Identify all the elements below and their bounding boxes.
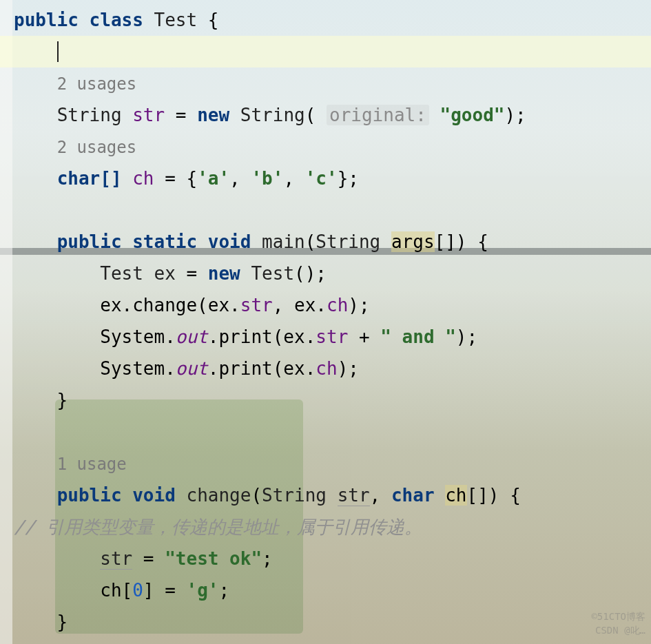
keyword-new: new [197,105,229,125]
blank-line[interactable] [0,416,651,448]
watermark: ©51CTO博客 [591,611,645,623]
usages-label: 2 usages [57,74,137,94]
string-literal: " and " [380,326,456,347]
code-line[interactable]: System.out.print(ex.str + " and "); [0,321,651,353]
field-str: str [132,105,165,125]
comment-line[interactable]: // 引用类型变量，传递的是地址，属于引用传递。 [0,511,651,543]
code-line[interactable]: String str = new String( original: "good… [0,99,651,131]
param-type: String [316,231,380,252]
var-ex: ex [154,263,176,284]
code-line[interactable]: ch[0] = 'g'; [0,574,651,606]
param-type: String [262,485,327,506]
code-line[interactable]: } [0,384,651,416]
field-ref-str: str [240,295,273,315]
field-ref-ch: ch [316,358,337,379]
keyword-void: void [208,231,251,252]
code-line[interactable]: Test ex = new Test(); [0,258,651,289]
type-test: Test [100,263,143,284]
field-out: out [176,326,208,347]
char-literal: 'a' [197,168,229,189]
number-literal: 0 [132,580,143,601]
param-str: str [338,485,370,506]
keyword-public: public [57,231,122,252]
char-literal: 'c' [305,168,338,189]
param-ch: ch [445,485,466,506]
usages-hint[interactable]: 1 usage [0,448,651,479]
ctor-string: String [240,105,305,125]
string-literal: "test ok" [165,548,262,569]
usages-hint[interactable]: 2 usages [0,67,651,99]
code-line[interactable]: public static void main(String args[]) { [0,226,651,258]
usages-hint[interactable]: 2 usages [0,131,651,163]
code-editor[interactable]: public class Test { 2 usages String str … [0,0,651,644]
keyword-new: new [208,263,240,284]
watermark: CSDN @叱… [595,625,645,637]
keyword-class: class [90,10,143,30]
char-literal: 'b' [251,168,283,189]
usages-label: 1 usage [57,455,127,474]
keyword-public: public [14,10,79,30]
var-str: str [100,548,132,570]
keyword-public: public [57,485,122,506]
param-args: args [391,231,435,252]
class-name: Test [154,10,198,30]
param-hint: original: [327,105,429,125]
field-ref-ch: ch [327,295,348,315]
field-ref-str: str [316,326,348,347]
blank-line[interactable] [0,194,651,226]
method-main: main [262,231,305,252]
keyword-static: static [132,231,197,252]
char-literal: 'g' [186,580,218,601]
method-change: change [186,485,251,506]
field-out: out [176,358,208,379]
keyword-void: void [132,485,176,506]
field-ch: ch [132,168,154,189]
usages-label: 2 usages [57,138,137,157]
comment-text: // 引用类型变量，传递的是地址，属于引用传递。 [14,517,422,537]
code-line[interactable]: ex.change(ex.str, ex.ch); [0,289,651,321]
code-line[interactable]: System.out.print(ex.ch); [0,353,651,384]
code-line[interactable]: str = "test ok"; [0,543,651,574]
type-char-array: char[] [57,168,122,189]
string-literal: "good" [440,105,505,125]
code-line[interactable]: public class Test { [0,4,651,36]
code-line[interactable]: public void change(String str, char ch[]… [0,479,651,511]
type-string: String [57,105,122,125]
code-line[interactable]: char[] ch = {'a', 'b', 'c'}; [0,163,651,194]
current-line[interactable] [0,36,651,67]
caret [57,41,59,62]
keyword-char: char [391,485,435,506]
code-line[interactable]: } [0,606,651,638]
ctor-test: Test [251,263,294,284]
